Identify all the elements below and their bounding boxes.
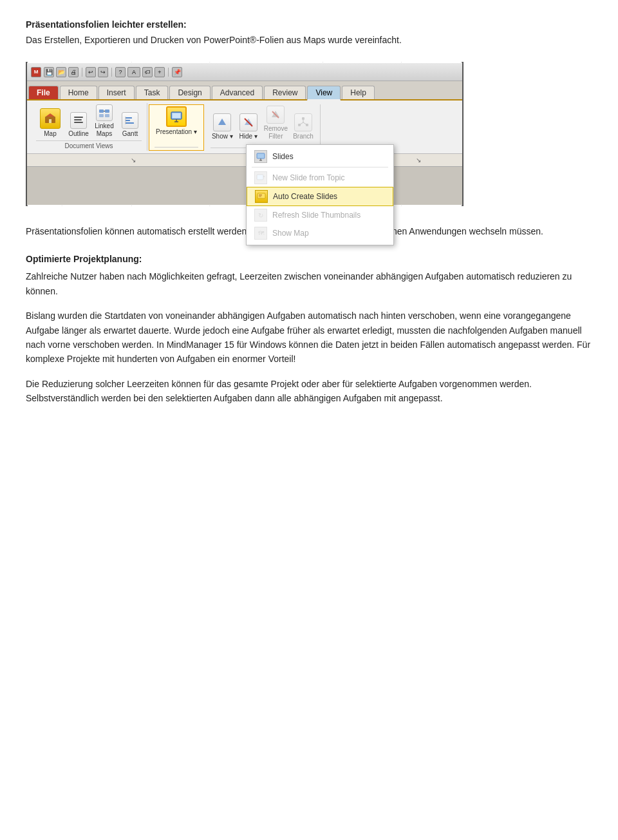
quick-access-toolbar: 💾 📂 🖨 ↩ ↪ ? A 🏷 + 📌 xyxy=(44,67,458,77)
dropdown-sep1 xyxy=(252,167,388,167)
outline-button[interactable]: Outline xyxy=(67,111,90,139)
svg-rect-2 xyxy=(49,119,52,123)
auto-create-icon xyxy=(255,190,268,203)
show-button[interactable]: Show ▾ xyxy=(211,112,234,142)
dropdown-item-auto-create[interactable]: Auto Create Slides xyxy=(247,187,393,206)
text-icon[interactable]: A xyxy=(127,67,140,77)
filter-buttons: Show ▾ Hide ▾ xyxy=(211,104,315,142)
show-map-label: Show Map xyxy=(272,229,309,238)
svg-rect-5 xyxy=(74,122,83,123)
svg-rect-39 xyxy=(259,196,261,198)
map-icon xyxy=(40,108,61,129)
ribbon-content: Map Outline xyxy=(27,100,462,153)
section-heading-2: Optimierte Projektplanung: xyxy=(26,254,592,264)
titlebar: M 💾 📂 🖨 ↩ ↪ ? A 🏷 + 📌 xyxy=(27,63,462,81)
help-icon[interactable]: ? xyxy=(115,67,126,77)
dialog-launcher-label: ↘ xyxy=(131,157,136,164)
tab-review[interactable]: Review xyxy=(264,86,306,99)
group-document-views: Map Outline xyxy=(31,103,147,151)
tab-advanced[interactable]: Advanced xyxy=(212,86,263,99)
branch-label: Branch xyxy=(293,133,314,140)
tab-file[interactable]: File xyxy=(28,86,59,99)
svg-rect-34 xyxy=(257,175,263,180)
paragraph-1: Zahlreiche Nutzer haben nach Möglichkeit… xyxy=(26,269,592,298)
dropdown-item-refresh: ↻ Refresh Slide Thumbnails xyxy=(247,206,393,224)
paragraph-3: Die Reduzierung solcher Leerzeiten könne… xyxy=(26,377,592,406)
map-label: Map xyxy=(44,130,56,138)
presentation-label: Presentation ▾ xyxy=(156,128,197,136)
refresh-icon: ↻ xyxy=(254,209,267,222)
tab-insert[interactable]: Insert xyxy=(98,86,135,99)
group-presentation: Presentation ▾ xyxy=(149,104,204,151)
linked-maps-icon xyxy=(96,104,113,121)
svg-rect-11 xyxy=(126,117,132,119)
tab-design[interactable]: Design xyxy=(169,86,210,99)
dropdown-item-slides[interactable]: Slides xyxy=(247,148,393,166)
document-views-buttons: Map Outline xyxy=(36,103,142,139)
screenshot-container: M 💾 📂 🖨 ↩ ↪ ? A 🏷 + 📌 File Home Insert T… xyxy=(26,62,464,206)
new-slide-label: New Slide from Topic xyxy=(272,173,345,182)
slides-icon xyxy=(254,150,267,163)
dropdown-item-show-map: 🗺 Show Map xyxy=(247,224,393,242)
svg-marker-1 xyxy=(46,113,55,117)
branch-button[interactable]: Branch xyxy=(292,112,315,142)
outline-label: Outline xyxy=(68,130,89,138)
presentation-group-label xyxy=(154,147,198,149)
svg-rect-3 xyxy=(74,117,83,118)
new-slide-icon xyxy=(254,171,267,184)
separator3 xyxy=(168,68,169,77)
svg-rect-37 xyxy=(258,193,265,198)
tab-home[interactable]: Home xyxy=(60,86,97,99)
page-body: Präsentationsfolien können automatisch e… xyxy=(26,219,592,406)
paragraph-2: Bislang wurden die Startdaten von vonein… xyxy=(26,309,592,367)
separator xyxy=(82,68,82,77)
hide-label: Hide ▾ xyxy=(239,133,258,140)
redo-icon[interactable]: ↪ xyxy=(98,67,108,77)
tab-help[interactable]: Help xyxy=(342,86,375,99)
svg-rect-9 xyxy=(99,114,104,117)
svg-rect-7 xyxy=(105,110,109,113)
map-button[interactable]: Map xyxy=(36,107,64,139)
slides-label: Slides xyxy=(272,152,294,161)
filter-indicator: ↘ xyxy=(416,157,421,164)
intro-paragraph: Das Erstellen, Exportieren und Drucken v… xyxy=(26,35,592,45)
gantt-button[interactable]: Gantt xyxy=(118,111,142,139)
undo-icon[interactable]: ↩ xyxy=(86,67,96,77)
remove-filter-button[interactable]: RemoveFilter xyxy=(263,104,289,142)
hide-button[interactable]: Hide ▾ xyxy=(237,112,260,142)
print-icon[interactable]: 🖨 xyxy=(68,67,79,77)
svg-rect-38 xyxy=(259,195,262,196)
svg-rect-4 xyxy=(74,119,82,120)
remove-filter-icon xyxy=(267,106,285,124)
more-icon[interactable]: + xyxy=(154,67,165,77)
svg-rect-12 xyxy=(126,120,130,121)
show-icon xyxy=(213,113,231,131)
section-heading-1: Präsentationsfolien leichter erstellen: xyxy=(26,19,592,30)
outline-icon xyxy=(70,112,87,129)
presentation-button[interactable]: Presentation ▾ xyxy=(154,105,198,137)
tab-view[interactable]: View xyxy=(307,86,341,100)
svg-rect-13 xyxy=(126,122,134,124)
linked-maps-button[interactable]: LinkedMaps xyxy=(93,103,116,139)
open-icon[interactable]: 📂 xyxy=(56,67,66,77)
auto-create-label: Auto Create Slides xyxy=(273,192,337,201)
document-views-label: Document Views xyxy=(36,140,142,149)
gantt-icon xyxy=(122,112,138,129)
refresh-label: Refresh Slide Thumbnails xyxy=(272,211,360,220)
gantt-label: Gantt xyxy=(122,130,138,138)
save-icon[interactable]: 💾 xyxy=(44,67,54,77)
svg-rect-31 xyxy=(257,153,265,158)
tab-bar: File Home Insert Task Design Advanced Re… xyxy=(27,81,462,100)
tab-task[interactable]: Task xyxy=(136,86,169,99)
separator2 xyxy=(111,68,112,77)
presentation-dropdown: Slides New Slide from Topic xyxy=(246,144,394,245)
branch-icon xyxy=(294,113,312,131)
svg-rect-25 xyxy=(302,117,304,120)
app-icon: M xyxy=(31,67,41,77)
linked-maps-label: LinkedMaps xyxy=(95,122,113,138)
hide-icon xyxy=(239,113,258,131)
pin-icon[interactable]: 📌 xyxy=(172,67,182,77)
ribbon-bottom-bar: ↘ ↘ xyxy=(27,153,462,166)
show-label: Show ▾ xyxy=(212,133,233,140)
tag-icon[interactable]: 🏷 xyxy=(142,67,153,77)
